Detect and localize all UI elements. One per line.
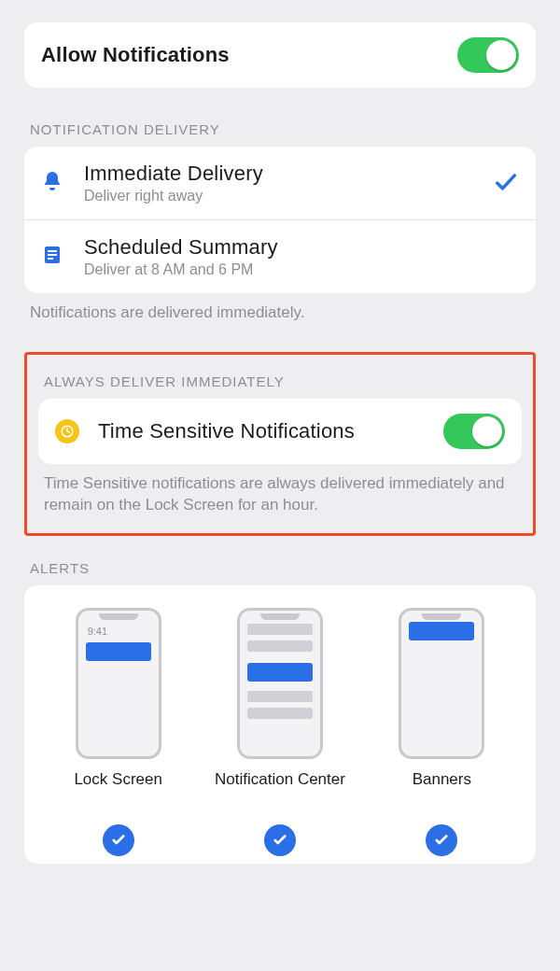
summary-icon [41,244,63,270]
delivery-option-immediate[interactable]: Immediate Delivery Deliver right away [24,147,536,219]
alert-option-lock-screen[interactable]: 9:41 Lock Screen [37,608,199,856]
time-sensitive-footer: Time Sensitive notifications are always … [38,464,522,516]
time-sensitive-label: Time Sensitive Notifications [98,419,443,443]
delivery-option-scheduled[interactable]: Scheduled Summary Deliver at 8 AM and 6 … [24,219,536,293]
lock-screen-check-icon[interactable] [103,824,134,856]
delivery-immediate-sub: Deliver right away [84,188,493,204]
clock-icon [55,419,79,443]
svg-rect-1 [48,250,57,252]
allow-notifications-row: Allow Notifications [24,22,536,88]
banners-label: Banners [413,770,471,811]
svg-rect-2 [48,254,57,256]
bell-icon [41,170,63,196]
delivery-scheduled-title: Scheduled Summary [84,235,519,260]
alerts-card: 9:41 Lock Screen Notification Center [24,585,536,864]
notification-center-label: Notification Center [215,770,345,811]
time-sensitive-toggle[interactable] [443,414,505,449]
delivery-scheduled-sub: Deliver at 8 AM and 6 PM [84,261,519,278]
lock-screen-label: Lock Screen [74,770,162,811]
checkmark-icon [493,170,519,196]
delivery-section-header: NOTIFICATION DELIVERY [24,121,536,147]
lock-screen-time: 9:41 [88,626,107,637]
allow-notifications-toggle[interactable] [457,37,519,73]
delivery-immediate-title: Immediate Delivery [84,162,493,186]
alerts-section-header: ALERTS [24,560,536,585]
time-sensitive-row: Time Sensitive Notifications [38,399,522,464]
notification-center-check-icon[interactable] [264,824,296,856]
lock-screen-preview: 9:41 [76,608,161,759]
notification-center-preview [237,608,323,759]
svg-rect-3 [48,258,53,260]
delivery-card: Immediate Delivery Deliver right away Sc… [24,147,536,293]
alert-option-banners[interactable]: Banners [361,608,523,856]
banners-check-icon[interactable] [426,824,457,856]
banners-preview [399,608,484,759]
delivery-footer: Notifications are delivered immediately. [24,293,536,324]
time-sensitive-header: ALWAYS DELIVER IMMEDIATELY [38,373,522,399]
time-sensitive-highlight: ALWAYS DELIVER IMMEDIATELY Time Sensitiv… [24,352,536,536]
alert-option-notification-center[interactable]: Notification Center [199,608,360,856]
allow-notifications-label: Allow Notifications [41,43,457,67]
